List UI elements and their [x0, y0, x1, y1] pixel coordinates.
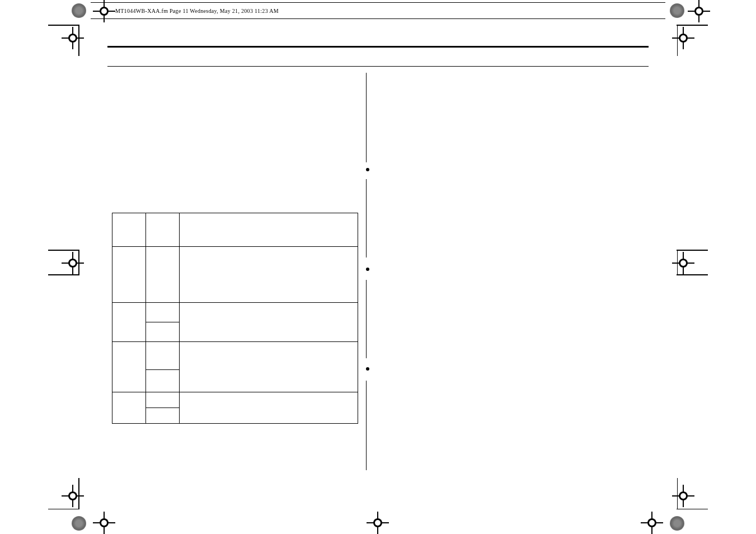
column-divider [366, 179, 367, 257]
crop-mark [677, 250, 708, 251]
registration-mark-icon [672, 252, 694, 274]
registration-mark-icon [62, 485, 84, 507]
bullet-icon [366, 268, 369, 271]
table-row [112, 247, 358, 303]
page-header-text: MT1044WB-XAA.fm Page 11 Wednesday, May 2… [91, 8, 279, 14]
table-row [112, 213, 358, 247]
crop-mark [78, 250, 79, 275]
table-row [112, 303, 358, 322]
crop-mark [48, 250, 79, 251]
crop-mark [677, 509, 708, 510]
content-divider [107, 46, 649, 48]
crop-mark [78, 25, 79, 56]
registration-mark-icon [62, 252, 84, 274]
registration-mark-icon [672, 485, 694, 507]
content-table [112, 213, 358, 424]
registration-color-circle [670, 516, 684, 531]
crop-mark [677, 25, 708, 26]
crop-mark [48, 25, 79, 26]
registration-mark-icon [62, 27, 84, 49]
registration-color-circle [72, 516, 86, 531]
page-header-strip: MT1044WB-XAA.fm Page 11 Wednesday, May 2… [91, 2, 665, 19]
crop-mark [677, 478, 678, 509]
registration-mark-icon [688, 0, 710, 22]
registration-mark-icon [672, 27, 694, 49]
crop-mark [677, 25, 678, 56]
crop-mark [78, 478, 79, 509]
crop-mark [677, 250, 678, 275]
crop-mark [48, 509, 79, 510]
table-row [112, 392, 358, 408]
registration-mark-icon [93, 512, 115, 534]
column-divider [366, 280, 367, 358]
registration-mark-icon [367, 512, 389, 534]
crop-mark [677, 274, 708, 275]
registration-color-circle [670, 3, 684, 18]
crop-mark [48, 274, 79, 275]
column-divider [366, 381, 367, 470]
column-divider [366, 73, 367, 162]
registration-mark-icon [641, 512, 663, 534]
table-row [112, 342, 358, 370]
content-divider [107, 66, 649, 67]
bullet-icon [366, 168, 369, 171]
registration-color-circle [72, 3, 86, 18]
bullet-icon [366, 367, 369, 371]
